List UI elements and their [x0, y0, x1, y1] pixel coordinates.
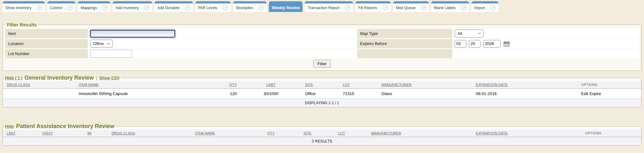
col-lot[interactable]: LOT [336, 130, 369, 137]
tab-divider [182, 5, 182, 10]
col-expiration-date[interactable]: EXPIRATION DATE [471, 81, 577, 88]
item-input[interactable] [90, 30, 175, 37]
col-site[interactable]: SITE [302, 130, 336, 137]
location-value: Office [93, 41, 104, 46]
tab-label: Import [474, 6, 485, 10]
col-drug-class[interactable]: DRUG CLASS [3, 81, 77, 88]
chevron-down-icon [107, 41, 110, 44]
cell-drug-class [3, 88, 77, 99]
col-expiration-date[interactable]: EXPIRATION DATE [471, 130, 581, 137]
tab-fill-reports[interactable]: Fill Reports ↗ [355, 1, 391, 12]
external-link-icon[interactable]: ↗ [383, 5, 388, 10]
lot-number-input[interactable] [90, 50, 132, 58]
tab-divider [64, 5, 65, 10]
calendar-icon[interactable] [503, 41, 510, 47]
edit-action-link[interactable]: Edit [581, 91, 588, 96]
cell-qty: 120 [218, 88, 239, 99]
external-link-icon[interactable]: ↗ [490, 5, 496, 10]
tab-control[interactable]: Control ↗ [47, 1, 76, 12]
external-link-icon[interactable]: ↗ [421, 5, 426, 10]
tab-stockpiles[interactable]: Stockpiles ↗ [233, 1, 267, 12]
expires-before-label: Expires Before [357, 39, 452, 48]
filter-legend: Filter Results [5, 22, 38, 27]
location-label: Location [5, 39, 88, 48]
external-link-icon[interactable]: ↗ [461, 5, 466, 10]
expires-day-input[interactable] [469, 40, 480, 48]
tab-mappings[interactable]: Mappings ↗ [78, 1, 110, 12]
col-item-name[interactable]: ITEM NAME [193, 130, 265, 137]
empty-field-cell [453, 49, 639, 58]
cell-limit: 30/1000 [239, 88, 303, 99]
tab-add-inventory[interactable]: Add Inventory ↗ [113, 1, 152, 12]
cell-item-name: Amoxicillin 500mg Capsule [77, 88, 218, 99]
external-link-icon[interactable]: ↗ [67, 5, 73, 10]
table-header-row: LAST FIRST MI DRUG CLASS ITEM NAME QTY S… [3, 130, 641, 137]
expire-action-link[interactable]: Expire [589, 91, 601, 96]
col-first[interactable]: FIRST [41, 130, 86, 137]
col-qty[interactable]: QTY [218, 81, 239, 88]
filter-section: Filter Results Item Map Type All Locatio… [0, 22, 644, 71]
location-select[interactable]: Office [90, 40, 113, 48]
tab-add-donated[interactable]: Add Donated ↗ [154, 1, 193, 12]
col-options: OPTIONS [581, 130, 641, 137]
cell-lot: 72315 [341, 88, 377, 99]
tab-divider [99, 5, 100, 10]
tab-divider [418, 5, 418, 10]
external-link-icon[interactable]: ↗ [223, 5, 228, 10]
general-inventory-title: General Inventory Review [25, 75, 94, 81]
external-link-icon[interactable]: ↗ [102, 5, 108, 10]
tab-label: Control [50, 6, 62, 10]
hide-patient-link[interactable]: Hide [5, 124, 14, 129]
tab-import[interactable]: Import ↗ [471, 1, 498, 12]
tab-divider [34, 5, 34, 10]
patient-assistance-section: Hide Patient Assistance Inventory Review… [0, 123, 644, 146]
tab-transaction-report[interactable]: Transaction Report ↗ [305, 1, 353, 12]
general-inventory-section: Hide ( 1 ) General Inventory Review | Sh… [0, 75, 644, 107]
col-mi[interactable]: MI [86, 130, 110, 137]
results-status: 0 RESULTS [3, 137, 641, 145]
empty-label-cell [357, 49, 452, 58]
date-separator: - [467, 41, 468, 46]
col-site[interactable]: SITE [303, 81, 341, 88]
tab-med-queue[interactable]: Med Queue ↗ [393, 1, 429, 12]
cell-site: Office [303, 88, 341, 99]
col-item-name[interactable]: ITEM NAME [77, 81, 218, 88]
show-csv-link[interactable]: Show CSV [99, 76, 119, 80]
tab-divider [380, 5, 380, 10]
tab-divider [342, 5, 342, 10]
hide-general-link[interactable]: Hide ( 1 ) [5, 76, 22, 80]
tab-blank-labels[interactable]: Blank Labels ↗ [431, 1, 469, 12]
table-header-row: DRUG CLASS ITEM NAME QTY LIMIT SITE LOT … [3, 81, 641, 88]
tab-label: Stockpiles [236, 6, 253, 10]
col-drug-class[interactable]: DRUG CLASS [110, 130, 193, 137]
col-manufacturer[interactable]: MANUFACTURER [369, 130, 471, 137]
col-options: OPTIONS [577, 81, 641, 88]
expires-year-input[interactable] [483, 40, 501, 48]
patient-assistance-table: LAST FIRST MI DRUG CLASS ITEM NAME QTY S… [3, 130, 641, 145]
map-type-label: Map Type [357, 29, 452, 38]
col-last[interactable]: LAST [3, 130, 41, 137]
table-row: Amoxicillin 500mg Capsule 120 30/1000 Of… [3, 88, 641, 99]
filter-button[interactable]: Filter [313, 60, 331, 68]
tab-label: Transaction Report [308, 6, 340, 10]
tab-weekly-review[interactable]: Weekly Review [269, 1, 303, 12]
col-lot[interactable]: LOT [341, 81, 377, 88]
map-type-select[interactable]: All [455, 30, 484, 37]
external-link-icon[interactable]: ↗ [185, 5, 190, 10]
expires-month-input[interactable] [455, 40, 466, 48]
tab-label: Weekly Review [272, 6, 300, 10]
legend-separator: | [96, 76, 97, 80]
tab-show-inventory[interactable]: Show Inventory ↗ [3, 1, 45, 12]
cell-expiration-date: 08-01-2016 [471, 88, 577, 99]
col-manufacturer[interactable]: MANUFACTURER [377, 81, 471, 88]
external-link-icon[interactable]: ↗ [258, 5, 264, 10]
tab-label: Show Inventory [5, 6, 31, 10]
external-link-icon[interactable]: ↗ [37, 5, 42, 10]
external-link-icon[interactable]: ↗ [144, 5, 149, 10]
col-limit[interactable]: LIMIT [239, 81, 303, 88]
external-link-icon[interactable]: ↗ [345, 5, 350, 10]
tab-par-levels[interactable]: PAR Levels ↗ [195, 1, 231, 12]
col-qty[interactable]: QTY [265, 130, 302, 137]
patient-assistance-title: Patient Assistance Inventory Review [16, 123, 114, 130]
tab-divider [256, 5, 256, 10]
